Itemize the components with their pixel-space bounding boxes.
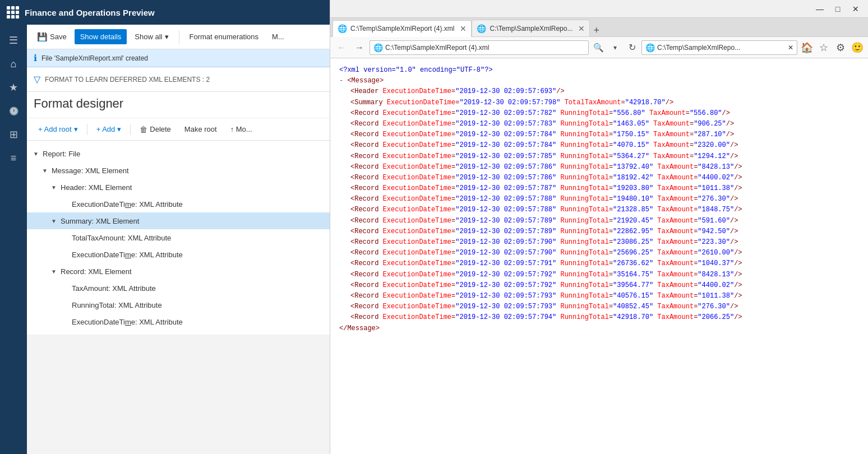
browser-window: — □ ✕ 🌐 C:\Temp\SampleXmlReport (4).xml … bbox=[330, 0, 868, 454]
tree-item-summary[interactable]: ▼ Summary: XML Element bbox=[27, 212, 361, 229]
emoji-button[interactable]: 🙂 bbox=[850, 40, 865, 55]
collapse-icon[interactable]: - bbox=[339, 77, 343, 85]
left-sidebar: ☰ ⌂ ★ 🕐 ⊞ ≡ bbox=[0, 25, 27, 454]
delete-icon: 🗑 bbox=[140, 125, 147, 134]
tree-item-label-6: ExecutionDateTime: XML Attribute bbox=[72, 251, 183, 259]
dropdown-button[interactable]: ▾ bbox=[608, 40, 622, 55]
tree-item-message[interactable]: ▼ Message: XML Element bbox=[27, 162, 361, 179]
tab-favicon-2: 🌐 bbox=[477, 24, 486, 33]
xml-declaration: <?xml version="1.0" encoding="UTF-8"?> bbox=[339, 66, 493, 74]
tab-favicon-1: 🌐 bbox=[338, 24, 347, 33]
minimize-button[interactable]: — bbox=[812, 1, 828, 17]
address-field-2[interactable]: 🌐 C:\Temp\SampleXmlRepo... ✕ bbox=[641, 40, 797, 55]
tree-item-label-5: TotalTaxAmount: XML Attribute bbox=[72, 234, 171, 242]
favorites-page-button[interactable]: 🏠 bbox=[800, 40, 814, 55]
sidebar-item-recent[interactable]: 🕐 bbox=[2, 100, 25, 122]
tab-label-2: C:\Temp\SampleXmlRepo... bbox=[490, 25, 572, 33]
tree-item-summary-execdt[interactable]: ExecutionDateTime: XML Attribute bbox=[27, 246, 361, 263]
tree-item-record[interactable]: ▼ Record: XML Element bbox=[27, 263, 361, 280]
tree-item-label-0: Report: File bbox=[43, 150, 80, 158]
browser-tab-2[interactable]: 🌐 C:\Temp\SampleXmlRepo... ✕ bbox=[472, 20, 590, 36]
xml-record-9: <Record ExecutionDateTime="2019-12-30 02… bbox=[339, 194, 859, 205]
tree-panel: ▼ Report: File ▼ Message: XML Element ▼ … bbox=[27, 141, 361, 335]
forward-button[interactable]: → bbox=[352, 40, 367, 55]
xml-header-tag: <Header bbox=[350, 87, 383, 95]
xml-message-open: - <Message> bbox=[339, 76, 859, 86]
tree-item-header-execdt[interactable]: ExecutionDateTime: XML Attribute bbox=[27, 196, 361, 212]
format-actions: + Add root ▾ + Add ▾ 🗑 Delete Make root bbox=[27, 118, 361, 141]
address-favicon-2: 🌐 bbox=[645, 43, 655, 52]
address-close-2[interactable]: ✕ bbox=[788, 44, 793, 52]
move-more-button[interactable]: ↑ Mo... bbox=[226, 123, 257, 136]
address-favicon-1: 🌐 bbox=[373, 43, 383, 52]
add-root-chevron: ▾ bbox=[74, 125, 78, 133]
xml-record-19: <Record ExecutionDateTime="2019-12-30 02… bbox=[339, 302, 859, 312]
sidebar-item-hamburger[interactable]: ☰ bbox=[2, 29, 25, 52]
tab-close-1[interactable]: ✕ bbox=[460, 24, 467, 33]
sidebar-item-favorites[interactable]: ★ bbox=[2, 76, 25, 99]
tree-item-totaltax[interactable]: TotalTaxAmount: XML Attribute bbox=[27, 229, 361, 246]
format-panel: ▽ FORMAT TO LEARN DEFERRED XML ELEMENTS … bbox=[27, 67, 361, 335]
tree-item-label-4: Summary: XML Element bbox=[61, 217, 139, 225]
xml-record-20: <Record ExecutionDateTime="2019-12-30 02… bbox=[339, 312, 859, 323]
add-root-button[interactable]: + Add root ▾ bbox=[34, 123, 82, 136]
tree-item-report-file[interactable]: ▼ Report: File bbox=[27, 145, 361, 162]
tree-item-label-1: Message: XML Element bbox=[52, 166, 129, 175]
xml-header-val: "2019-12-30 02:09:57:693" bbox=[455, 87, 556, 95]
move-more-label: ↑ Mo... bbox=[230, 125, 252, 133]
xml-record-15: <Record ExecutionDateTime="2019-12-30 02… bbox=[339, 258, 859, 269]
tree-item-record-execdt[interactable]: ExecutionDateTime: XML Attribute bbox=[27, 313, 361, 330]
expand-icon-2[interactable]: ▼ bbox=[49, 184, 58, 191]
tree-item-label-10: ExecutionDateTime: XML Attribute bbox=[72, 318, 183, 326]
make-root-button[interactable]: Make root bbox=[180, 123, 221, 136]
sidebar-item-workspaces[interactable]: ⊞ bbox=[2, 123, 25, 146]
browser-tab-1[interactable]: 🌐 C:\Temp\SampleXmlReport (4).xml ✕ bbox=[333, 20, 472, 37]
add-button[interactable]: + Add ▾ bbox=[92, 123, 126, 136]
add-root-label: + Add root bbox=[38, 125, 72, 133]
sidebar-item-modules[interactable]: ≡ bbox=[2, 147, 25, 169]
close-button[interactable]: ✕ bbox=[848, 1, 864, 17]
tree-item-runningtotal[interactable]: RunningTotal: XML Attribute bbox=[27, 297, 361, 313]
xml-record-14: <Record ExecutionDateTime="2019-12-30 02… bbox=[339, 248, 859, 258]
xml-record-7: <Record ExecutionDateTime="2019-12-30 02… bbox=[339, 173, 859, 183]
show-all-button[interactable]: Show all ▾ bbox=[129, 29, 174, 44]
save-icon: 💾 bbox=[37, 32, 48, 42]
save-button[interactable]: 💾 Save bbox=[31, 29, 72, 45]
settings-button[interactable]: ⚙ bbox=[833, 40, 848, 55]
browser-extra-toolbar: 🏠 ☆ ⚙ 🙂 bbox=[800, 40, 865, 55]
actions-separator-1 bbox=[87, 124, 87, 135]
back-button[interactable]: ← bbox=[334, 40, 349, 55]
more-button[interactable]: M... bbox=[266, 29, 290, 44]
refresh-button[interactable]: ↻ bbox=[625, 40, 639, 55]
app-grid-icon[interactable] bbox=[7, 6, 19, 18]
xml-record-18: <Record ExecutionDateTime="2019-12-30 02… bbox=[339, 291, 859, 302]
make-root-label: Make root bbox=[184, 125, 217, 133]
xml-record-8: <Record ExecutionDateTime="2019-12-30 02… bbox=[339, 183, 859, 194]
xml-record-4: <Record ExecutionDateTime="2019-12-30 02… bbox=[339, 140, 859, 151]
delete-button[interactable]: 🗑 Delete bbox=[135, 123, 176, 136]
format-enumerations-button[interactable]: Format enumerations bbox=[184, 29, 265, 44]
format-designer-title: Format designer bbox=[34, 96, 354, 111]
expand-icon-7[interactable]: ▼ bbox=[49, 268, 58, 275]
xml-header-attr: ExecutionDateTime bbox=[383, 87, 451, 95]
tree-item-header[interactable]: ▼ Header: XML Element bbox=[27, 179, 361, 196]
tree-item-taxamount[interactable]: TaxAmount: XML Attribute bbox=[27, 280, 361, 297]
new-tab-button[interactable]: + bbox=[590, 25, 603, 36]
expand-icon-4[interactable]: ▼ bbox=[49, 218, 58, 224]
expand-icon-0[interactable]: ▼ bbox=[31, 151, 40, 157]
filter-icon[interactable]: ▽ bbox=[34, 74, 40, 85]
xml-content: <?xml version="1.0" encoding="UTF-8"?> -… bbox=[330, 58, 868, 454]
tab-close-2[interactable]: ✕ bbox=[578, 24, 585, 33]
address-field-1[interactable]: 🌐 C:\Temp\SampleXmlReport (4).xml bbox=[370, 40, 589, 55]
browser-title-bar: — □ ✕ bbox=[330, 0, 868, 18]
star-button[interactable]: ☆ bbox=[816, 40, 831, 55]
search-address-button[interactable]: 🔍 bbox=[591, 40, 606, 55]
sidebar-item-home[interactable]: ⌂ bbox=[2, 53, 25, 75]
xml-message-tag: <Message> bbox=[347, 77, 384, 85]
format-subtitle: FORMAT TO LEARN DEFERRED XML ELEMENTS : … bbox=[45, 76, 210, 84]
expand-icon-1[interactable]: ▼ bbox=[40, 168, 49, 174]
maximize-button[interactable]: □ bbox=[830, 1, 846, 17]
show-details-button[interactable]: Show details bbox=[75, 29, 127, 44]
show-all-label: Show all bbox=[135, 33, 162, 41]
format-toolbar: ▽ FORMAT TO LEARN DEFERRED XML ELEMENTS … bbox=[27, 67, 361, 92]
